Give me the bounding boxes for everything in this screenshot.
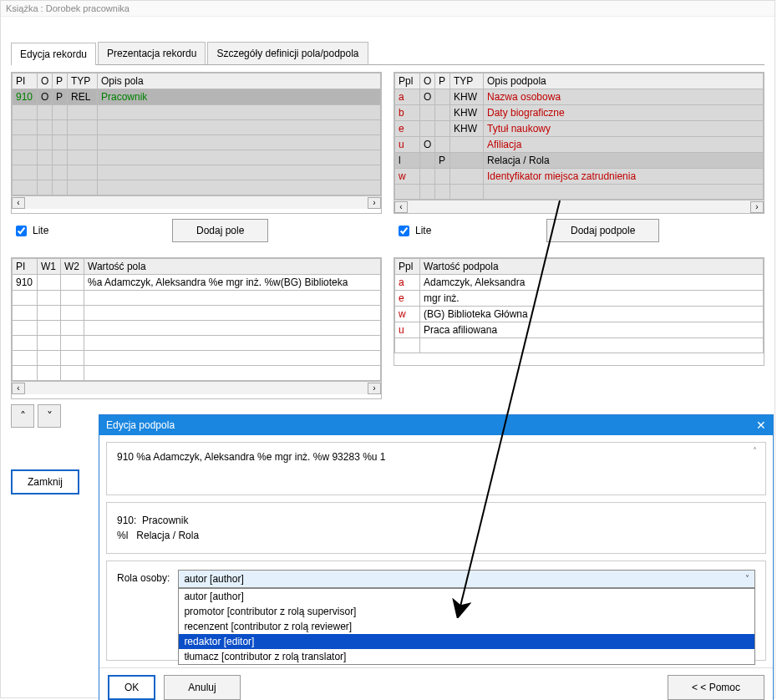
cell-ppl: e <box>395 291 420 307</box>
lite-checkbox[interactable]: Lite <box>13 223 48 239</box>
table-row[interactable]: w(BG) Biblioteka Główna <box>395 307 764 322</box>
cell <box>435 169 450 185</box>
table-row[interactable]: aAdamczyk, Aleksandra <box>395 275 764 291</box>
col-w2: W2 <box>61 259 84 275</box>
tab-present[interactable]: Prezentacja rekordu <box>98 42 206 64</box>
table-row[interactable]: bKHWDaty biograficzne <box>395 105 764 121</box>
window-title: Książka : Dorobek pracownika <box>1 1 774 17</box>
cell-val: (BG) Biblioteka Główna <box>420 307 764 322</box>
lite-check-input[interactable] <box>16 226 27 236</box>
cell: e <box>395 121 420 137</box>
subfield-table[interactable]: Ppl O P TYP Opis podpola aOKHWNazwa osob… <box>394 73 764 200</box>
move-down-button[interactable]: ˅ <box>38 404 61 428</box>
cell: l <box>395 153 420 169</box>
cell: O <box>420 137 435 153</box>
hscrollbar[interactable]: ‹ › <box>12 381 381 394</box>
hscrollbar[interactable]: ‹ › <box>394 200 764 213</box>
raw-value-section: ˄ 910 %a Adamczyk, Aleksandra %e mgr inż… <box>106 442 766 495</box>
dialog-title: Edycja podpola <box>106 419 175 431</box>
cell-val: Praca afiliowana <box>420 322 764 338</box>
dropdown-option[interactable]: promotor [contributor z rolą supervisor] <box>179 604 754 619</box>
scroll-right-icon[interactable]: › <box>368 197 381 209</box>
scroll-left-icon[interactable]: ‹ <box>12 197 25 209</box>
add-subfield-button[interactable]: Dodaj podpole <box>546 219 659 242</box>
cell <box>450 153 484 169</box>
chevron-down-icon[interactable]: ˅ <box>740 571 754 585</box>
tab-details[interactable]: Szczegóły definicji pola/podpola <box>207 42 368 64</box>
raw-value: 910 %a Adamczyk, Aleksandra %e mgr inż. … <box>117 451 755 463</box>
cell: KHW <box>450 105 484 121</box>
scroll-right-icon[interactable]: › <box>368 383 381 394</box>
add-field-button[interactable]: Dodaj pole <box>172 219 268 242</box>
cell <box>420 121 435 137</box>
field-value-table[interactable]: PI W1 W2 Wartość pola 910 %a Adamczyk, A… <box>12 258 381 381</box>
dropdown-option[interactable]: redaktor [editor] <box>179 634 754 649</box>
table-row[interactable]: uOAfiliacja <box>395 137 764 153</box>
close-icon[interactable]: ✕ <box>756 418 766 432</box>
col-o: O <box>420 74 435 89</box>
role-input[interactable] <box>178 570 755 588</box>
close-button[interactable]: Zamknij <box>11 469 79 495</box>
tab-edit[interactable]: Edycja rekordu <box>11 43 96 65</box>
cell-ppl: a <box>395 275 420 291</box>
col-val: Wartość podpola <box>420 259 764 275</box>
field-table[interactable]: PI O P TYP Opis pola 910 O P REL Pracown… <box>12 73 381 195</box>
cancel-button[interactable]: Anuluj <box>164 675 240 700</box>
subfield-value-panel: Ppl Wartość podpola aAdamczyk, Aleksandr… <box>394 257 764 428</box>
field-info-section: 910: Pracownik %l Relacja / Rola <box>106 502 766 554</box>
table-row[interactable]: aOKHWNazwa osobowa <box>395 89 764 105</box>
cell-val: Adamczyk, Aleksandra <box>420 275 764 291</box>
dropdown-option[interactable]: autor [author] <box>179 589 754 604</box>
cell: O <box>420 89 435 105</box>
move-up-button[interactable]: ˄ <box>11 404 34 428</box>
field-value-panel: PI W1 W2 Wartość pola 910 %a Adamczyk, A… <box>11 257 382 428</box>
col-pi: PI <box>13 74 38 89</box>
field-panel: PI O P TYP Opis pola 910 O P REL Pracown… <box>11 72 382 247</box>
field-code-value: Pracownik <box>142 515 188 526</box>
col-p: P <box>435 74 450 89</box>
cell <box>420 105 435 121</box>
dialog-titlebar: Edycja podpola ✕ <box>99 415 773 435</box>
scroll-left-icon[interactable]: ‹ <box>394 201 408 213</box>
dropdown-option[interactable]: tłumacz [contributor z rolą translator] <box>179 649 754 664</box>
hscrollbar[interactable]: ‹ › <box>12 195 381 209</box>
cell-val: %a Adamczyk, Aleksandra %e mgr inż. %w(B… <box>84 275 381 291</box>
col-desc: Opis podpola <box>484 74 764 89</box>
cell: KHW <box>450 121 484 137</box>
tabstrip: Edycja rekordu Prezentacja rekordu Szcze… <box>11 42 764 65</box>
field-code-label: 910: <box>117 515 136 526</box>
col-pi: PI <box>13 259 38 275</box>
role-dropdown[interactable]: autor [author]promotor [contributor z ro… <box>178 588 755 665</box>
col-o: O <box>38 74 53 89</box>
table-row[interactable]: emgr inż. <box>395 291 764 307</box>
role-combobox[interactable]: ˅ autor [author]promotor [contributor z … <box>178 570 755 588</box>
col-w1: W1 <box>38 259 61 275</box>
role-label: Rola osoby: <box>117 570 170 584</box>
subfield-value-table[interactable]: Ppl Wartość podpola aAdamczyk, Aleksandr… <box>394 258 764 353</box>
dropdown-option[interactable]: recenzent [contributor z rolą reviewer] <box>179 619 754 634</box>
scroll-up-icon[interactable]: ˄ <box>753 446 757 455</box>
table-row[interactable]: lPRelacja / Rola <box>395 153 764 169</box>
cell-ppl: w <box>395 307 420 322</box>
col-val: Wartość pola <box>84 259 381 275</box>
lite-check-input[interactable] <box>399 226 409 236</box>
scroll-left-icon[interactable]: ‹ <box>12 383 25 394</box>
col-ppl: Ppl <box>395 74 420 89</box>
lite-checkbox[interactable]: Lite <box>395 223 431 239</box>
cell: Daty biograficzne <box>484 105 764 121</box>
cell <box>450 137 484 153</box>
table-row[interactable]: uPraca afiliowana <box>395 322 764 338</box>
table-row[interactable]: eKHWTytuł naukowy <box>395 121 764 137</box>
scroll-right-icon[interactable]: › <box>750 201 764 213</box>
col-p: P <box>53 74 68 89</box>
cell-desc: Pracownik <box>98 89 381 105</box>
table-row[interactable]: 910 O P REL Pracownik <box>13 89 381 105</box>
cell-w2 <box>61 275 84 291</box>
lite-label: Lite <box>33 225 48 236</box>
ok-button[interactable]: OK <box>108 675 155 700</box>
table-row[interactable]: wIdentyfikator miejsca zatrudnienia <box>395 169 764 185</box>
table-row[interactable]: 910 %a Adamczyk, Aleksandra %e mgr inż. … <box>13 275 381 291</box>
cell: KHW <box>450 89 484 105</box>
help-button[interactable]: < < Pomoc <box>668 675 764 700</box>
top-row: PI O P TYP Opis pola 910 O P REL Pracown… <box>11 72 764 247</box>
